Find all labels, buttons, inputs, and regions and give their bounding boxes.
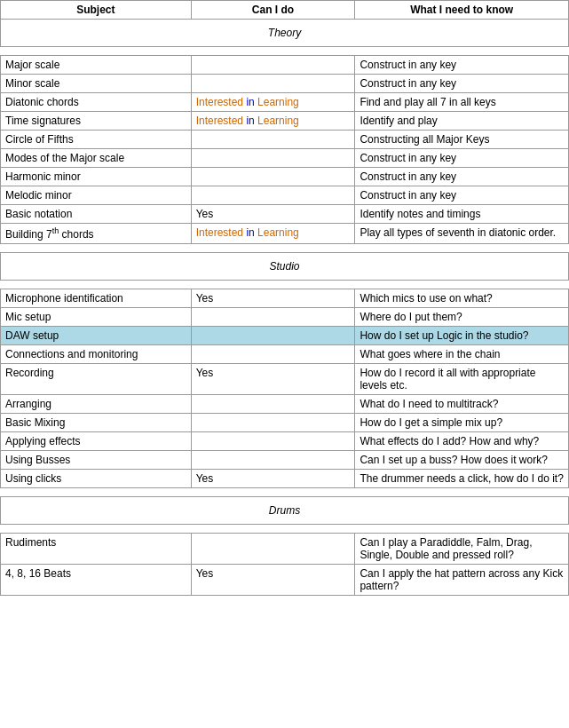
cell-need: Can I apply the hat pattern across any K… [355,565,569,596]
cell-subject: Building 7th chords [1,224,192,244]
cell-need: Can I play a Paradiddle, Falm, Drag, Sin… [355,534,569,565]
cell-subject: Circle of Fifths [1,131,192,149]
cell-need: What effects do I add? How and why? [355,432,569,451]
cell-can-do: Yes [191,565,355,596]
cell-need: Which mics to use on what? [355,289,569,308]
cell-need: Construct in any key [355,149,569,168]
cell-need: How do I set up Logic in the studio? [355,327,569,345]
cell-subject: Mic setup [1,308,192,327]
cell-can-do [191,149,355,168]
cell-subject: Connections and monitoring [1,345,192,364]
cell-can-do: Yes [191,470,355,488]
cell-subject: Melodic minor [1,186,192,205]
cell-can-do [191,414,355,432]
cell-need: What goes where in the chain [355,345,569,364]
cell-can-do: Interested in Learning [191,93,355,112]
cell-subject: Microphone identification [1,289,192,308]
table-row: Using BussesCan I set up a buss? How doe… [1,451,569,470]
cell-need: Construct in any key [355,186,569,205]
header-subject: Subject [1,1,192,20]
cell-can-do [191,327,355,345]
cell-can-do [191,308,355,327]
cell-need: How do I record it all with appropriate … [355,364,569,395]
cell-can-do [191,395,355,414]
table-row: ArrangingWhat do I need to multitrack? [1,395,569,414]
cell-need: Find and play all 7 in all keys [355,93,569,112]
cell-subject: Harmonic minor [1,168,192,186]
cell-need: Identify notes and timings [355,205,569,224]
section-header-drums: Drums [1,497,569,525]
table-row: Mic setupWhere do I put them? [1,308,569,327]
cell-can-do [191,131,355,149]
cell-can-do [191,534,355,565]
cell-subject: Basic notation [1,205,192,224]
cell-subject: Diatonic chords [1,93,192,112]
table-row: Minor scaleConstruct in any key [1,75,569,93]
cell-can-do [191,432,355,451]
table-row: DAW setupHow do I set up Logic in the st… [1,327,569,345]
cell-can-do [191,56,355,75]
cell-need: Construct in any key [355,56,569,75]
cell-need: What do I need to multitrack? [355,395,569,414]
cell-subject: Major scale [1,56,192,75]
cell-can-do [191,186,355,205]
cell-can-do [191,451,355,470]
cell-subject: Arranging [1,395,192,414]
cell-need: Where do I put them? [355,308,569,327]
cell-subject: Using clicks [1,470,192,488]
cell-can-do: Yes [191,289,355,308]
table-row: Modes of the Major scaleConstruct in any… [1,149,569,168]
cell-subject: Time signatures [1,112,192,131]
cell-can-do: Yes [191,364,355,395]
cell-need: Identify and play [355,112,569,131]
cell-can-do: Interested in Learning [191,112,355,131]
header-need: What I need to know [355,1,569,20]
table-row: Circle of FifthsConstructing all Major K… [1,131,569,149]
cell-need: How do I get a simple mix up? [355,414,569,432]
table-row: Applying effectsWhat effects do I add? H… [1,432,569,451]
table-row: Basic notationYesIdentify notes and timi… [1,205,569,224]
table-row: Melodic minorConstruct in any key [1,186,569,205]
table-row: Harmonic minorConstruct in any key [1,168,569,186]
cell-can-do: Interested in Learning [191,224,355,244]
table-row: Building 7th chordsInterested in Learnin… [1,224,569,244]
table-row: Basic MixingHow do I get a simple mix up… [1,414,569,432]
cell-subject: Rudiments [1,534,192,565]
section-header-theory: Theory [1,20,569,47]
cell-subject: Recording [1,364,192,395]
cell-need: Play all types of seventh in diatonic or… [355,224,569,244]
cell-can-do [191,345,355,364]
header-can-do: Can I do [191,1,355,20]
cell-need: Construct in any key [355,75,569,93]
cell-subject: DAW setup [1,327,192,345]
table-row: 4, 8, 16 BeatsYesCan I apply the hat pat… [1,565,569,596]
section-header-studio: Studio [1,253,569,281]
table-row: Diatonic chordsInterested in LearningFin… [1,93,569,112]
cell-subject: Modes of the Major scale [1,149,192,168]
table-row: RudimentsCan I play a Paradiddle, Falm, … [1,534,569,565]
table-row: RecordingYesHow do I record it all with … [1,364,569,395]
cell-can-do [191,168,355,186]
cell-subject: Applying effects [1,432,192,451]
table-row: Connections and monitoringWhat goes wher… [1,345,569,364]
cell-can-do [191,75,355,93]
cell-subject: Using Busses [1,451,192,470]
cell-subject: Basic Mixing [1,414,192,432]
cell-need: Can I set up a buss? How does it work? [355,451,569,470]
table-row: Major scaleConstruct in any key [1,56,569,75]
table-row: Using clicksYesThe drummer needs a click… [1,470,569,488]
cell-need: The drummer needs a click, how do I do i… [355,470,569,488]
cell-need: Construct in any key [355,168,569,186]
main-table: Subject Can I do What I need to know The… [0,0,569,596]
cell-need: Constructing all Major Keys [355,131,569,149]
table-row: Microphone identificationYesWhich mics t… [1,289,569,308]
cell-can-do: Yes [191,205,355,224]
cell-subject: 4, 8, 16 Beats [1,565,192,596]
cell-subject: Minor scale [1,75,192,93]
table-row: Time signaturesInterested in LearningIde… [1,112,569,131]
